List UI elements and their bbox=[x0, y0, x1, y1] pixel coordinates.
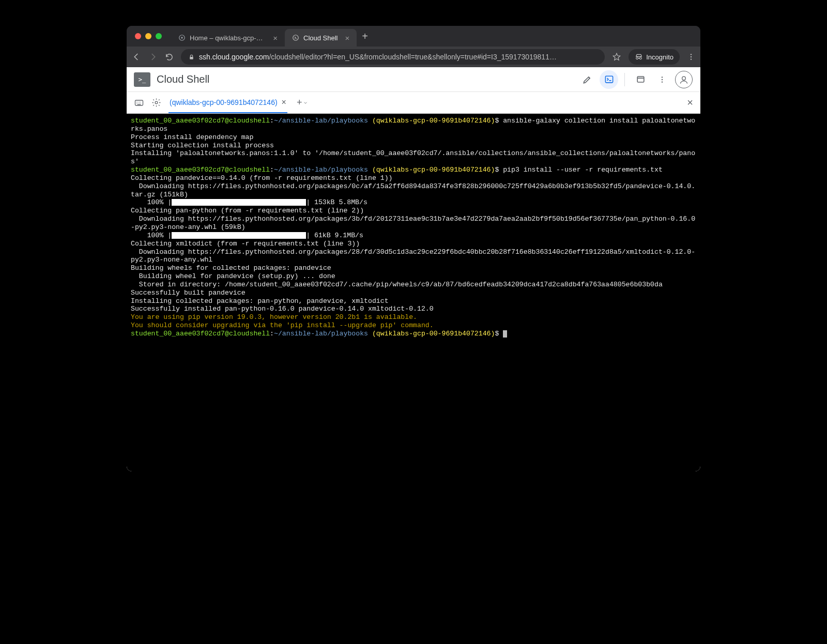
tab-label: Cloud Shell bbox=[303, 34, 338, 42]
minimize-window-button[interactable] bbox=[145, 33, 151, 39]
page-content: >_ Cloud Shell (qwiklabs-gcp-00-9691b407… bbox=[127, 67, 700, 471]
bookmark-button[interactable] bbox=[612, 52, 621, 62]
session-tab-label: (qwiklabs-gcp-00-9691b4072146) bbox=[170, 98, 278, 106]
terminal-button[interactable] bbox=[600, 70, 618, 89]
tab-label: Home – qwiklabs-gcp-00-969 bbox=[190, 34, 266, 42]
svg-point-9 bbox=[662, 76, 663, 78]
cloud-shell-icon bbox=[292, 34, 299, 41]
keyboard-icon[interactable] bbox=[134, 98, 144, 108]
cloud-shell-logo: >_ bbox=[134, 72, 150, 87]
tab-cloud-shell[interactable]: Cloud Shell × bbox=[285, 29, 357, 47]
close-tab-icon[interactable]: × bbox=[273, 34, 278, 42]
account-button[interactable] bbox=[675, 70, 693, 89]
more-menu-button[interactable] bbox=[653, 70, 671, 89]
window-controls bbox=[132, 33, 166, 39]
maximize-window-button[interactable] bbox=[156, 33, 162, 39]
session-tab[interactable]: (qwiklabs-gcp-00-9691b4072146) × bbox=[169, 93, 287, 113]
browser-window: Home – qwiklabs-gcp-00-969 × Cloud Shell… bbox=[127, 26, 700, 471]
forward-button[interactable] bbox=[148, 52, 158, 62]
settings-icon[interactable] bbox=[151, 98, 161, 108]
url-host: ssh.cloud.google.com bbox=[199, 53, 269, 61]
qwiklabs-icon bbox=[178, 34, 186, 41]
svg-rect-8 bbox=[637, 76, 644, 82]
close-window-button[interactable] bbox=[135, 33, 141, 39]
cloud-shell-header: >_ Cloud Shell bbox=[127, 67, 700, 92]
svg-point-11 bbox=[662, 81, 663, 82]
svg-point-14 bbox=[155, 101, 158, 104]
url-path: /cloudshell/editor?hl=en_US&fromcloudshe… bbox=[269, 53, 557, 61]
incognito-icon bbox=[635, 53, 643, 61]
back-button[interactable] bbox=[132, 52, 141, 62]
editor-button[interactable] bbox=[578, 70, 596, 89]
reload-button[interactable] bbox=[165, 53, 174, 62]
new-tab-button[interactable]: + bbox=[357, 30, 373, 42]
svg-rect-3 bbox=[190, 56, 193, 59]
divider bbox=[624, 73, 625, 86]
lock-icon bbox=[188, 54, 195, 60]
close-session-icon[interactable]: × bbox=[282, 98, 286, 107]
svg-point-10 bbox=[662, 79, 663, 80]
incognito-label: Incognito bbox=[646, 53, 673, 61]
page-title: Cloud Shell bbox=[157, 73, 572, 85]
svg-point-4 bbox=[691, 54, 692, 55]
address-bar: ssh.cloud.google.com/cloudshell/editor?h… bbox=[127, 47, 700, 67]
incognito-badge: Incognito bbox=[629, 49, 680, 65]
tabs: Home – qwiklabs-gcp-00-969 × Cloud Shell… bbox=[171, 26, 695, 47]
progress-bar bbox=[172, 232, 306, 239]
svg-point-12 bbox=[682, 76, 686, 80]
tab-bar: Home – qwiklabs-gcp-00-969 × Cloud Shell… bbox=[127, 26, 700, 47]
new-window-button[interactable] bbox=[631, 70, 650, 89]
new-session-button[interactable]: + bbox=[295, 97, 311, 108]
close-tab-icon[interactable]: × bbox=[345, 34, 350, 42]
svg-point-1 bbox=[181, 37, 183, 39]
svg-point-5 bbox=[691, 56, 692, 57]
url-input[interactable]: ssh.cloud.google.com/cloudshell/editor?h… bbox=[181, 49, 605, 65]
header-actions bbox=[578, 70, 693, 89]
progress-bar bbox=[172, 199, 306, 206]
svg-point-6 bbox=[691, 58, 692, 59]
terminal-output[interactable]: student_00_aaee03f02cd7@cloudshell:~/ans… bbox=[127, 114, 700, 471]
browser-menu-button[interactable] bbox=[687, 53, 695, 61]
svg-rect-7 bbox=[605, 76, 612, 83]
tab-home[interactable]: Home – qwiklabs-gcp-00-969 × bbox=[171, 29, 285, 47]
close-panel-button[interactable]: × bbox=[687, 97, 693, 109]
avatar bbox=[675, 71, 693, 88]
session-tab-bar: (qwiklabs-gcp-00-9691b4072146) × + × bbox=[127, 92, 700, 114]
terminal-cursor bbox=[503, 330, 507, 338]
